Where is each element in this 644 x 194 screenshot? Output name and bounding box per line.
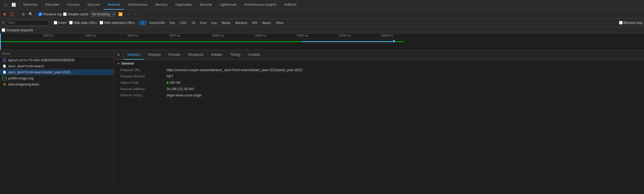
request-name: layout.css?v=TS-44cc-638250260324893930: [8, 58, 75, 62]
detail-tab-headers[interactable]: Headers: [124, 50, 144, 60]
type-btn-font[interactable]: Font: [198, 21, 209, 25]
clear-button[interactable]: 🚫: [9, 11, 15, 17]
tab-recorder[interactable]: Recorder: [41, 0, 63, 10]
throttle-select[interactable]: No throttling: [90, 12, 116, 17]
detail-tab-timing[interactable]: Timing: [226, 50, 244, 60]
svg-icon: SVG: [2, 76, 7, 81]
detail-content: ▼ General Request URL:https://connect.co…: [114, 60, 644, 184]
type-btn-js[interactable]: JS: [190, 21, 197, 25]
detail-tabs: × HeadersPayloadPreviewResponseInitiator…: [114, 50, 644, 60]
type-btn-other[interactable]: Other: [274, 21, 286, 25]
request-list: Name #layout.css?v=TS-44cc-6382502603248…: [0, 50, 114, 184]
general-section-header[interactable]: ▼ General: [114, 60, 644, 67]
timeline-tick-0: 2000 ms: [43, 34, 53, 37]
timeline-tick-1: 4000 ms: [85, 34, 96, 37]
hide-data-urls-checkbox[interactable]: Hide data URLs: [69, 21, 97, 25]
tab-console[interactable]: Console: [63, 0, 84, 10]
detail-key: Remote Address:: [114, 86, 163, 92]
filter-input[interactable]: [5, 20, 49, 26]
detail-row: Request Method:GET: [114, 73, 644, 80]
filter-funnel-icon: ▽: [2, 21, 4, 25]
type-btn-fetch/xhr[interactable]: Fetch/XHR: [147, 21, 167, 25]
detail-tab-response[interactable]: Response: [184, 50, 207, 60]
preserve-log-checkbox[interactable]: Preserve log: [38, 12, 61, 16]
timeline-ruler: 2000 ms4000 ms6000 ms8000 ms10000 ms1200…: [0, 34, 644, 39]
doc-icon: 📄: [2, 70, 7, 74]
tab-application[interactable]: Application: [171, 0, 196, 10]
import-icon[interactable]: ↑: [125, 11, 131, 17]
detail-value: origin-when-cross-origin: [163, 92, 644, 98]
svg-text:#: #: [3, 60, 4, 61]
request-row[interactable]: 📄alum_alum?cmd=search&start_year=2022...: [0, 69, 114, 75]
type-btn-css[interactable]: CSS: [178, 21, 189, 25]
detail-close-button[interactable]: ×: [114, 50, 124, 60]
tab-sources[interactable]: Sources: [83, 0, 104, 10]
devtools-icons: ⬡ ⬜: [0, 0, 19, 10]
tab-performance-insights[interactable]: Performance insights: [240, 0, 280, 10]
tab-elements[interactable]: Elements: [19, 0, 41, 10]
tab-memory[interactable]: Memory: [151, 0, 171, 10]
device-icon[interactable]: ⬜: [10, 1, 18, 9]
detail-row: Remote Address:34.198.122.35:443: [114, 86, 644, 92]
record-stop-button[interactable]: ⏺: [2, 11, 8, 17]
third-party-row: 3rd-party requests: [0, 27, 644, 34]
detail-tab-payload[interactable]: Payload: [144, 50, 164, 60]
detail-value: GET: [163, 73, 644, 79]
detail-row: Status Code: 200 OK: [114, 80, 644, 86]
inspect-icon[interactable]: ⬡: [2, 1, 9, 9]
detail-key: Referrer Policy:: [114, 92, 163, 98]
main-area: Name #layout.css?v=TS-44cc-6382502603248…: [0, 50, 644, 184]
type-btn-manifest[interactable]: Manifest: [233, 21, 249, 25]
blocked-resp-checkbox[interactable]: Blocked resp: [619, 21, 642, 25]
tab-network[interactable]: Network: [104, 0, 124, 10]
invert-checkbox[interactable]: Invert: [54, 21, 66, 25]
detail-value: 34.198.122.35:443: [163, 86, 644, 92]
request-row[interactable]: 🖼data:image/png;base...: [0, 81, 114, 87]
detail-value: 200 OK: [163, 80, 644, 86]
type-btn-media[interactable]: Media: [219, 21, 232, 25]
type-btn-img[interactable]: Img: [209, 21, 219, 25]
status-ok-dot: [166, 82, 169, 84]
detail-panel: × HeadersPayloadPreviewResponseInitiator…: [114, 50, 644, 184]
timeline-tick-2: 6000 ms: [128, 34, 138, 37]
request-row[interactable]: 📄alum_alum?cmd=search: [0, 63, 114, 69]
hide-ext-urls-checkbox[interactable]: Hide extension URLs: [100, 21, 135, 25]
tab-performance[interactable]: Performance: [124, 0, 151, 10]
detail-tab-preview[interactable]: Preview: [164, 50, 184, 60]
detail-value: https://connect.cooper.edu/portal/alum_a…: [163, 67, 644, 73]
filter-toggle-button[interactable]: ⧉: [20, 11, 26, 17]
third-party-checkbox[interactable]: 3rd-party requests: [2, 28, 33, 32]
type-btn-wasm[interactable]: Wasm: [260, 21, 273, 25]
tab-security[interactable]: Security: [196, 0, 216, 10]
timeline-area: 2000 ms4000 ms6000 ms8000 ms10000 ms1200…: [0, 34, 644, 50]
type-btn-ws[interactable]: WS: [250, 21, 259, 25]
tab-adblock[interactable]: AdBlock: [280, 0, 301, 10]
detail-tab-initiator[interactable]: Initiator: [207, 50, 226, 60]
network-conditions-icon[interactable]: 📶: [117, 11, 123, 17]
detail-key: Request Method:: [114, 73, 163, 79]
timeline-tick-6: 14000 ms: [296, 34, 309, 37]
type-btn-all[interactable]: All: [139, 21, 146, 25]
img-icon: 🖼: [2, 82, 7, 87]
export-icon[interactable]: ↓: [133, 11, 139, 17]
tab-lighthouse[interactable]: Lighthouse: [216, 0, 240, 10]
request-name: data:image/png;base...: [8, 82, 42, 86]
timeline-blue-dot: [393, 40, 395, 42]
detail-tab-cookies[interactable]: Cookies: [244, 50, 264, 60]
tabs-list: ElementsRecorderConsoleSourcesNetworkPer…: [19, 0, 644, 10]
request-list-header: Name: [0, 50, 114, 57]
throttle-select-wrap[interactable]: No throttling: [90, 12, 116, 17]
detail-row: Referrer Policy:origin-when-cross-origin: [114, 92, 644, 99]
search-button[interactable]: 🔍: [28, 11, 34, 17]
timeline-tick-5: 12000 ms: [254, 34, 266, 37]
filter-label: ▽: [2, 20, 49, 26]
timeline-tick-4: 10000 ms: [212, 34, 224, 37]
toolbar-separator-1: [18, 12, 18, 17]
type-btn-doc[interactable]: Doc: [168, 21, 177, 25]
detail-key: Request URL:: [114, 67, 163, 73]
timeline-tick-8: 18000 ms: [381, 34, 393, 37]
disable-cache-checkbox[interactable]: Disable cache: [63, 12, 88, 16]
request-row[interactable]: SVGprofile-image.svg: [0, 75, 114, 81]
request-row[interactable]: #layout.css?v=TS-44cc-638250260324893930: [0, 57, 114, 63]
timeline-tick-7: 16000 ms: [339, 34, 351, 37]
